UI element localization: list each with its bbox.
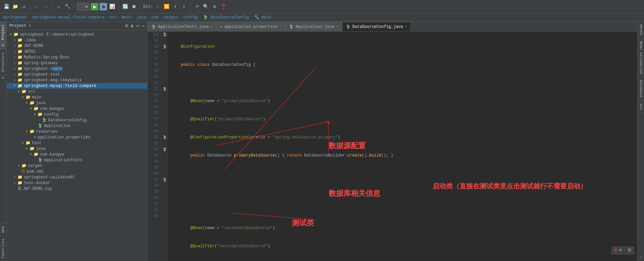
tab-ant[interactable]: Ant	[638, 101, 644, 113]
breadcrumb-springboot[interactable]: springboot	[3, 15, 27, 20]
breadcrumb-datasourceconfig[interactable]: 🍃 DataSourceConfig	[203, 15, 249, 20]
sidebar-header: Project ▾ ⚙ ⇅ ▭ —	[7, 21, 147, 30]
back-icon[interactable]: ←	[33, 3, 41, 10]
debug-button[interactable]: 🐞	[100, 3, 107, 10]
forward-icon[interactable]: →	[42, 3, 49, 10]
sidebar-collapse-icon[interactable]: ▭	[136, 23, 139, 29]
gutter-icon-39[interactable]: 🍃	[161, 177, 168, 183]
check-mark-icon[interactable]: ✓	[638, 253, 643, 261]
tree-item-config[interactable]: ▾ 📁 config	[7, 112, 147, 117]
tree-item-test-com[interactable]: ▾ 📁 com.kangyu	[7, 151, 147, 157]
tab-application-java[interactable]: 🍃 Application.java ×	[285, 22, 342, 31]
tree-item-test-docker[interactable]: › 📁 test-docker	[7, 180, 147, 186]
tree-item-apptests[interactable]: 🍃 ApplicationTests	[7, 157, 147, 163]
git-update-icon[interactable]: ⬇	[172, 3, 179, 10]
tab-applicationtests[interactable]: 🍃 ApplicationTests.java ×	[148, 22, 216, 31]
breadcrumb-com[interactable]: com	[151, 15, 159, 20]
sidebar-settings-icon[interactable]: ⚙	[125, 23, 128, 29]
tree-item-app-prop[interactable]: ⚙ application.properties	[7, 134, 147, 140]
tab-label: application.properties	[224, 25, 277, 29]
edit-icon[interactable]: ✏	[55, 3, 62, 10]
breadcrumb-config[interactable]: config	[183, 15, 198, 20]
code-content[interactable]: @Configuration public class DataSourceCo…	[168, 32, 637, 261]
tree-item-validate[interactable]: › 📁 springboot-validate01	[7, 174, 147, 180]
breadcrumb-src[interactable]: src	[109, 15, 117, 20]
gutter-icon-31[interactable]: 🍃	[161, 134, 168, 140]
run-button[interactable]: ▶	[91, 3, 98, 10]
ln-35: 35	[150, 165, 159, 171]
tab-close[interactable]: ×	[279, 25, 281, 29]
tab-bean-validation[interactable]: Bean Validation	[638, 38, 644, 77]
tree-item-jwt-zip[interactable]: 🗜 JWT-DEMO.zip	[7, 186, 147, 191]
tab-icon: 🍃	[346, 25, 351, 29]
tab-close[interactable]: ×	[405, 25, 407, 29]
tab-datasourceconfig[interactable]: 🍃 DataSourceConfig.java ×	[342, 22, 411, 31]
tree-item-application[interactable]: 🍃 Application	[7, 123, 147, 129]
tree-item-java[interactable]: ▾ 📁 java	[7, 100, 147, 106]
code-editor[interactable]: 13 14 15 16 17 18 19 20 21 22 23 24 25 2…	[148, 32, 637, 261]
tab-maven[interactable]: Maven	[638, 21, 644, 38]
breadcrumb-java[interactable]: java	[137, 15, 146, 20]
project-run-select[interactable]: ApplicationTests.demo02	[77, 3, 90, 11]
tab-close[interactable]: ×	[211, 25, 213, 29]
tree-item-test-java[interactable]: ▾ 📁 java	[7, 146, 147, 151]
reload-icon[interactable]: 🔄	[121, 3, 129, 10]
tree-item-springboot-mysql[interactable]: ▾ 📁 springboot-mysql-field-compare	[7, 83, 147, 89]
open-icon[interactable]: 📁	[11, 3, 19, 10]
tab-application-properties[interactable]: ⚙ application.properties ×	[216, 22, 285, 31]
tree-item-springboot-test[interactable]: › 📁 springboot-test	[7, 72, 147, 77]
save-icon[interactable]: 💾	[3, 3, 10, 10]
git-check-icon[interactable]: ✓	[154, 3, 162, 10]
tree-item-mybatis[interactable]: › 📁 MyBatis-Spring-Boot	[7, 54, 147, 60]
tree-item-resources[interactable]: ▾ 📁 resources	[7, 129, 147, 134]
gutter-icon-16[interactable]: 🍃	[161, 44, 168, 50]
tree-item-main[interactable]: ▾ 📁 main	[7, 94, 147, 100]
tab-favorites[interactable]: Favorites	[0, 235, 6, 261]
tab-close[interactable]: ×	[336, 25, 338, 29]
breadcrumb-main[interactable]: main	[122, 15, 131, 20]
tree-item-jwt-demo[interactable]: › 📁 JWT-DEMO	[7, 43, 147, 49]
tree-item-springboot[interactable]: ▾ 📁 springboot E:\dework\springboot	[7, 32, 147, 37]
tree-label: resources	[36, 129, 58, 134]
tab-web[interactable]: Web	[0, 223, 6, 235]
stop-icon[interactable]: ⏹	[130, 3, 138, 10]
tree-item-target[interactable]: › 📁 target	[7, 163, 147, 169]
tree-item-idea[interactable]: › 📁 .idea	[7, 37, 147, 43]
help-icon[interactable]: ❓	[220, 3, 227, 10]
tree-item-src[interactable]: ▾ 📁 src	[7, 89, 147, 94]
sidebar-close-icon[interactable]: —	[142, 23, 145, 29]
breadcrumb-main-method[interactable]: 🔧 main	[254, 15, 271, 20]
tab-project[interactable]: 1: Project	[0, 21, 6, 49]
tree-item-springboot-learn[interactable]: › 📁 springboot-learn	[7, 66, 147, 72]
breadcrumb-project[interactable]: springboot-mysql-field-compare	[32, 15, 104, 20]
gutter-icon-33[interactable]: 🍃	[161, 146, 168, 153]
tree-item-springboot-mbg[interactable]: › 📁 springboot-mbg-tkmybatis	[7, 77, 147, 83]
code-line-19: public DataSource primaryDataSource() { …	[171, 153, 635, 159]
tab-database[interactable]: Database	[638, 77, 644, 101]
tree-item-com-kangyu[interactable]: ▾ 📁 com.kangyu	[7, 106, 147, 112]
terminal-icon[interactable]: ⌨	[194, 3, 201, 10]
tree-label: springboot-validate01	[24, 175, 74, 180]
build-icon[interactable]: 🔨	[64, 3, 71, 10]
refresh-icon[interactable]: ↺	[20, 3, 28, 10]
tree-item-jwt01[interactable]: › 📁 JWT01	[7, 49, 147, 54]
gutter-icon-23[interactable]: 🍃	[161, 86, 168, 92]
sidebar-sort-icon[interactable]: ⇅	[131, 23, 133, 29]
breadcrumb-kangyu[interactable]: kangyu	[164, 15, 178, 20]
git-push-icon[interactable]: ⬆	[180, 3, 188, 10]
tree-item-pom[interactable]: 🗒 pom.xml	[7, 169, 147, 174]
git-branch-icon[interactable]: 🔀	[163, 3, 170, 10]
gutter-icon-14[interactable]: 🍃	[161, 32, 168, 38]
tree-label: pom.xml	[27, 169, 44, 174]
tree-item-test[interactable]: ▾ 📁 test	[7, 140, 147, 146]
tree-item-datasourceconfig[interactable]: 🍃 DataSourceConfig	[7, 117, 147, 123]
tree-item-spring-gateway[interactable]: › 📁 spring-gateway	[7, 60, 147, 66]
tab-structure[interactable]: 2: Structure	[0, 49, 6, 82]
settings-icon[interactable]: ⚙	[211, 3, 218, 10]
ime-indicator: S 中 · 简	[612, 247, 634, 254]
search-icon[interactable]: 🔍	[202, 3, 210, 10]
coverage-icon[interactable]: 📊	[108, 3, 116, 10]
tree-label: springboot-mysql-field-compare	[24, 84, 96, 88]
ln-43: 43	[150, 213, 159, 219]
tree-label: springboot-mbg-tkmybatis	[24, 78, 82, 83]
